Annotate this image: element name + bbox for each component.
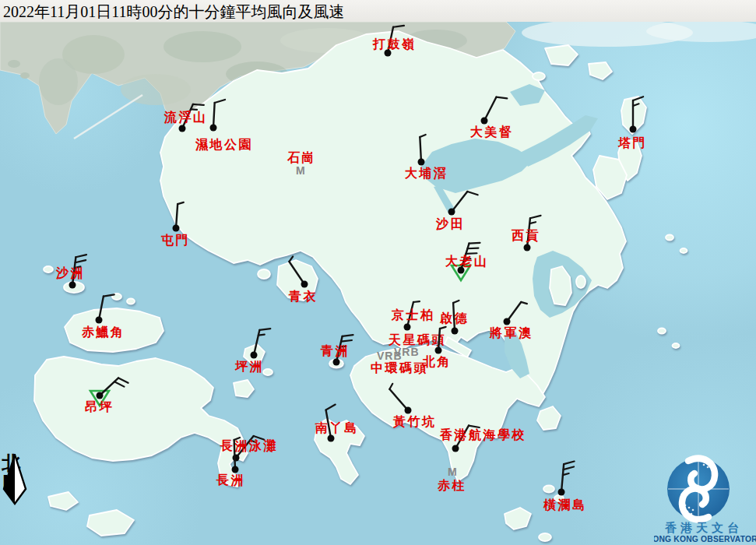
station-dot: [405, 407, 412, 414]
wind-barb-half: [440, 327, 446, 329]
wind-barb-full: [466, 253, 476, 254]
station-dot: [452, 445, 459, 452]
wind-barb-full: [633, 97, 643, 100]
station-kings-park: 京士柏: [391, 301, 435, 330]
station-central-pier: VRB中環碼頭: [371, 350, 428, 375]
station-dot: [69, 282, 76, 289]
wind-barb-staff: [176, 204, 178, 228]
hko-name-zh: 香港天文台: [664, 521, 743, 534]
compass: 北 N: [2, 454, 33, 493]
wind-barb-full: [469, 426, 480, 427]
station-dot: [630, 126, 637, 133]
station-sha-tin: 沙田: [435, 192, 478, 230]
station-label-kings-park: 京士柏: [391, 308, 435, 322]
wind-barb-staff: [234, 440, 235, 469]
station-lamma-island: 南丫島: [315, 405, 359, 442]
station-dot: [558, 489, 565, 496]
station-label-tai-mei-tuk: 大美督: [470, 125, 514, 139]
wind-barb-half: [178, 202, 184, 204]
station-dot: [301, 281, 308, 288]
station-label-tseung-kwan-o: 將軍澳: [489, 326, 533, 339]
station-dot: [418, 159, 425, 166]
station-kai-tak: 啟德: [439, 301, 469, 335]
wind-barb-half: [389, 384, 392, 389]
wind-barb-full: [469, 243, 480, 244]
wind-barb-half: [258, 335, 265, 336]
station-tai-po-kau: 大埔滘: [405, 135, 448, 180]
station-shek-kong: M石崗: [287, 151, 316, 177]
station-tsing-yi: 青衣: [288, 257, 318, 303]
station-label-sha-tin: 沙田: [435, 217, 465, 230]
wind-barb-half: [420, 135, 425, 137]
station-dot: [233, 455, 240, 462]
wind-barb-staff: [100, 378, 118, 396]
station-label-north-point: 北角: [422, 355, 452, 368]
station-label-cheung-chau-beach: 長洲泳灘: [220, 438, 278, 452]
station-dot: [96, 317, 103, 324]
station-label-central-pier: 中環碼頭: [371, 361, 428, 375]
station-label-ta-kwu-ling: 打鼓嶺: [372, 37, 417, 51]
stations-layer: 打鼓嶺流浮山濕地公園M石崗大美督大埔滘塔門屯門沙洲赤鱲角沙田西貢大老山青衣坪洲青…: [0, 0, 756, 545]
station-waglan-island: 橫瀾島: [543, 462, 587, 512]
station-peng-chau: 坪洲: [234, 329, 270, 373]
wind-barb-full: [104, 294, 114, 296]
missing-data-marker: M: [296, 164, 306, 177]
wind-barb-half: [289, 257, 293, 262]
station-label-lamma-island: 南丫島: [315, 421, 359, 434]
station-green-island: 青洲: [320, 335, 353, 365]
station-tuen-mun: 屯門: [160, 202, 190, 247]
wind-barb-full: [215, 100, 225, 103]
station-dot: [97, 392, 104, 399]
station-label-tai-po-kau: 大埔滘: [405, 166, 448, 180]
wind-barb-staff: [389, 389, 408, 410]
wind-barb-half: [191, 109, 197, 110]
wind-barb-staff: [484, 97, 496, 121]
wind-barb-staff: [213, 103, 215, 128]
station-label-tsing-yi: 青衣: [288, 290, 318, 303]
station-label-kai-tak: 啟德: [439, 311, 469, 325]
station-label-sha-chau: 沙洲: [55, 266, 85, 280]
station-dot: [173, 225, 180, 232]
station-wong-chuk-hang: 黃竹坑: [389, 384, 436, 428]
wind-barb-full: [259, 329, 270, 330]
station-dot: [179, 125, 186, 132]
station-dot: [232, 466, 239, 473]
station-tseung-kwan-o: 將軍澳: [489, 302, 533, 339]
wind-barb-half: [453, 301, 459, 303]
wind-barb-full: [530, 216, 541, 218]
wind-barb-full: [76, 260, 86, 262]
station-stanley: M赤柱: [437, 466, 466, 492]
station-label-ngong-ping: 昂坪: [85, 400, 114, 413]
station-dot: [251, 352, 258, 359]
hko-name-en: HONG KONG OBSERVATORY: [654, 535, 756, 543]
station-label-wetland-park: 濕地公園: [195, 138, 253, 152]
station-label-star-ferry-pier: 天星碼頭: [388, 333, 446, 347]
wind-barb-full: [114, 382, 124, 386]
station-dot: [481, 118, 488, 125]
station-dot: [452, 328, 459, 335]
station-ngong-ping: 昂坪: [85, 378, 128, 413]
wind-barb-staff: [452, 192, 467, 212]
station-dot: [210, 125, 217, 132]
station-label-tuen-mun: 屯門: [160, 234, 190, 247]
station-sha-chau: 沙洲: [55, 255, 86, 288]
station-label-sai-kung: 西貢: [511, 229, 540, 243]
wind-barb-half: [413, 301, 420, 302]
wind-barb-full: [341, 340, 352, 342]
wind-barb-staff: [99, 297, 104, 320]
station-label-tap-mun: 塔門: [617, 136, 647, 149]
station-label-green-island: 青洲: [320, 344, 350, 357]
map-title: 2022年11月01日11時00分的十分鐘平均風向及風速: [3, 2, 345, 23]
station-lau-fau-shan: 流浮山: [164, 104, 208, 132]
station-label-wong-chuk-hang: 黃竹坑: [392, 415, 437, 428]
station-label-shek-kong: 石崗: [287, 151, 316, 164]
wind-barb-full: [564, 462, 575, 465]
compass-needle-icon: [2, 454, 30, 507]
wind-barb-full: [564, 466, 575, 469]
missing-data-marker: M: [448, 466, 458, 478]
station-dot: [404, 324, 411, 331]
wind-barb-half: [521, 302, 527, 304]
wind-barb-staff: [289, 262, 304, 284]
station-label-lau-fau-shan: 流浮山: [164, 110, 208, 124]
station-dot: [448, 209, 455, 216]
